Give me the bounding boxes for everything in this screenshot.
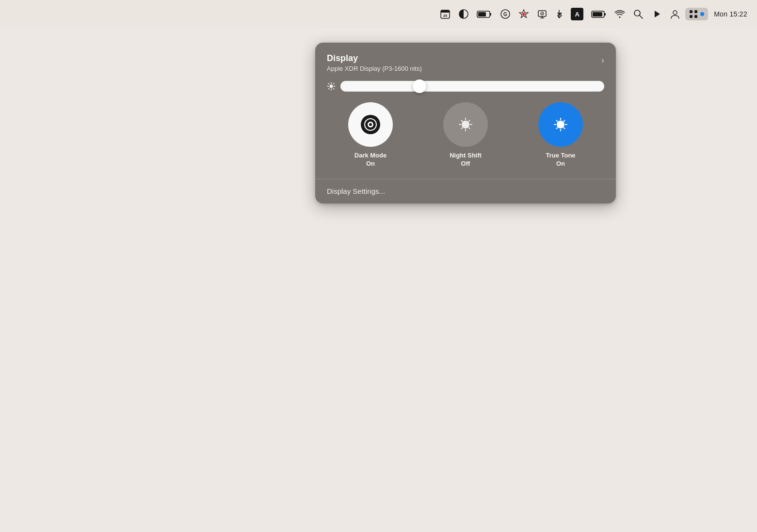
brightness-thumb[interactable]: [413, 79, 426, 93]
svg-point-38: [369, 123, 372, 126]
svg-marker-20: [655, 11, 660, 17]
svg-line-45: [468, 127, 469, 128]
panel-title: Display: [327, 53, 422, 63]
svg-line-32: [333, 88, 334, 89]
brightness-low-icon: [327, 82, 336, 91]
svg-point-12: [542, 13, 543, 14]
svg-rect-24: [690, 15, 693, 18]
toggles-row: Dark Mode On Night Shif: [327, 102, 604, 168]
svg-rect-16: [604, 13, 606, 16]
svg-line-46: [468, 121, 469, 122]
grammarly-icon: G: [500, 9, 511, 19]
svg-point-9: [522, 13, 525, 16]
menubar-bluetooth[interactable]: [552, 7, 566, 21]
user-icon: [670, 9, 680, 19]
display-panel: Display Apple XDR Display (P3-1600 nits)…: [315, 43, 616, 203]
svg-text:G: G: [503, 12, 507, 17]
battery-icon: [591, 9, 607, 19]
true-tone-label: True Tone On: [546, 152, 575, 168]
bluetooth-icon: [555, 9, 563, 19]
brightness-slider[interactable]: [340, 81, 604, 92]
menubar-control-center[interactable]: [685, 8, 708, 20]
dropzone-icon: [518, 9, 529, 19]
textsoap-icon: A: [571, 8, 583, 20]
dark-mode-label: Dark Mode On: [354, 152, 387, 168]
svg-line-19: [640, 16, 643, 19]
svg-point-21: [673, 11, 677, 15]
spotlight-icon: [633, 9, 644, 19]
wifi-icon: [614, 9, 625, 19]
menubar-user[interactable]: [667, 7, 683, 21]
menubar-time: Mon 15:22: [710, 8, 751, 20]
menubar-screenium[interactable]: [534, 7, 550, 21]
svg-rect-1: [441, 10, 450, 13]
svg-line-33: [333, 83, 334, 84]
night-shift-icon: [455, 114, 476, 135]
menubar-battery[interactable]: [588, 7, 610, 21]
appearance-icon: [458, 9, 469, 19]
true-tone-circle: [538, 102, 583, 147]
svg-line-55: [564, 121, 564, 122]
svg-rect-22: [690, 10, 693, 13]
menubar-calendar[interactable]: 25: [437, 7, 453, 21]
svg-rect-25: [694, 15, 697, 18]
panel-header: Display Apple XDR Display (P3-1600 nits)…: [327, 53, 604, 72]
night-shift-circle: [443, 102, 488, 147]
control-center-dot: [700, 12, 704, 16]
control-center-icon: [689, 10, 698, 18]
svg-line-47: [462, 127, 463, 128]
battery-menu-icon: [477, 9, 492, 19]
svg-line-54: [564, 127, 564, 128]
display-settings-link[interactable]: Display Settings...: [327, 179, 604, 203]
menubar-spotlight[interactable]: [630, 7, 646, 21]
svg-text:25: 25: [443, 14, 447, 17]
menubar-dropzone[interactable]: [515, 7, 532, 21]
panel-subtitle: Apple XDR Display (P3-1600 nits): [327, 65, 422, 72]
dark-mode-toggle[interactable]: Dark Mode On: [327, 102, 414, 168]
svg-line-34: [328, 88, 329, 89]
screenium-icon: [537, 9, 548, 19]
svg-line-53: [557, 121, 558, 122]
svg-rect-5: [490, 13, 491, 16]
svg-rect-23: [694, 10, 697, 13]
menubar-battery-menu[interactable]: [474, 7, 495, 21]
svg-line-31: [328, 83, 329, 84]
svg-rect-6: [478, 12, 486, 16]
svg-point-48: [557, 121, 564, 128]
svg-line-56: [557, 127, 558, 128]
true-tone-icon: [550, 114, 571, 135]
true-tone-toggle[interactable]: True Tone On: [517, 102, 604, 168]
menubar-wifi[interactable]: [612, 7, 628, 21]
menubar-textsoap[interactable]: A: [568, 6, 586, 22]
menubar-nowplaying[interactable]: [648, 7, 665, 21]
display-settings-text: Display Settings...: [327, 187, 385, 195]
menubar-grammarly[interactable]: G: [497, 7, 514, 21]
svg-point-39: [462, 121, 469, 128]
menubar: 25 G: [0, 0, 757, 28]
svg-line-44: [462, 121, 463, 122]
brightness-row: [327, 81, 604, 92]
dark-mode-icon: [360, 114, 381, 135]
svg-point-26: [330, 85, 333, 88]
night-shift-toggle[interactable]: Night Shift Off: [422, 102, 509, 168]
night-shift-label: Night Shift Off: [450, 152, 482, 168]
panel-chevron[interactable]: ›: [601, 55, 604, 65]
svg-rect-17: [593, 12, 602, 16]
dark-mode-circle: [348, 102, 393, 147]
calendar-icon: 25: [440, 9, 451, 19]
panel-title-group: Display Apple XDR Display (P3-1600 nits): [327, 53, 422, 72]
menubar-appearance[interactable]: [455, 7, 472, 21]
nowplaying-icon: [651, 9, 662, 19]
